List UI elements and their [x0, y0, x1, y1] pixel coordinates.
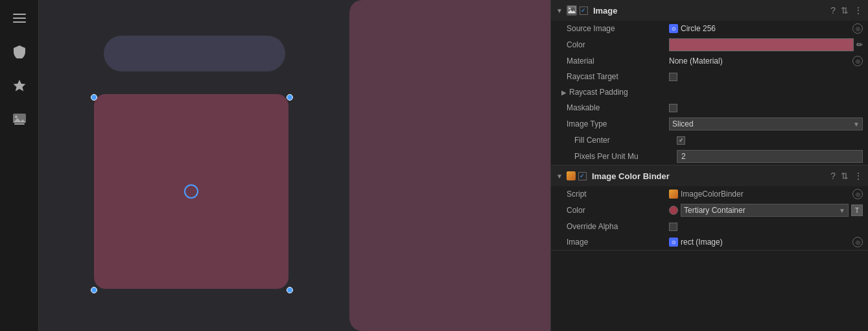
- color-pencil-icon[interactable]: ✏: [856, 40, 863, 49]
- binder-color-arrow: ▼: [839, 207, 845, 214]
- color-picker-field[interactable]: [669, 38, 854, 51]
- material-select-btn[interactable]: ◎: [852, 56, 863, 66]
- selection-dot-bl[interactable]: [91, 287, 97, 293]
- material-row: Material None (Material) ◎: [551, 53, 868, 69]
- inspector-panel: ▼ Image ? ⇅ ⋮ Source Image ⊙: [550, 0, 868, 331]
- source-image-field[interactable]: ⊙ Circle 256: [669, 24, 850, 33]
- canvas-card[interactable]: [94, 94, 288, 289]
- binder-enabled-checkbox[interactable]: [578, 172, 587, 180]
- image-help-icon[interactable]: ?: [830, 5, 836, 16]
- selection-dot-tl[interactable]: [91, 94, 97, 101]
- override-alpha-label: Override Alpha: [567, 222, 664, 231]
- selection-dot-br[interactable]: [287, 287, 293, 293]
- binder-component-title: Image Color Binder: [592, 171, 828, 181]
- source-image-select-btn[interactable]: ◎: [852, 23, 863, 34]
- svg-point-5: [15, 116, 18, 118]
- script-field[interactable]: ImageColorBinder: [669, 190, 850, 199]
- binder-color-selected: Tertiary Container: [684, 206, 745, 215]
- image-collapse-arrow[interactable]: ▼: [556, 7, 563, 14]
- image-settings-icon[interactable]: ⇅: [841, 5, 849, 16]
- color-value: ✏: [669, 38, 863, 51]
- star-icon[interactable]: [9, 75, 30, 96]
- binder-script-icon: [567, 171, 576, 180]
- binder-collapse-arrow[interactable]: ▼: [556, 173, 563, 180]
- binder-color-label: Color: [567, 206, 664, 215]
- source-image-label: Source Image: [567, 24, 664, 33]
- svg-marker-10: [568, 10, 576, 13]
- sidebar: [0, 0, 39, 331]
- raycast-target-checkbox[interactable]: [669, 73, 677, 81]
- image-asset-text: rect (Image): [681, 238, 723, 247]
- pixels-per-unit-row: Pixels Per Unit Mu: [551, 148, 868, 165]
- color-row: Color ✏: [551, 36, 868, 53]
- image-gallery-icon[interactable]: [9, 109, 30, 130]
- maskable-label: Maskable: [567, 103, 664, 112]
- raycast-padding-arrow[interactable]: ▶: [561, 89, 567, 96]
- fill-center-row: Fill Center: [551, 132, 868, 148]
- image-header-actions: ? ⇅ ⋮: [830, 5, 863, 16]
- pixels-per-unit-value: [677, 150, 863, 163]
- source-image-thumb: ⊙: [669, 24, 678, 33]
- canvas-bg-shape: [349, 0, 550, 331]
- image-asset-icon: ⊙: [669, 238, 678, 247]
- script-label: Script: [567, 190, 664, 199]
- image-type-label: Image Type: [567, 119, 664, 129]
- canvas-area: [39, 0, 550, 331]
- raycast-target-value: [669, 73, 863, 81]
- binder-color-dot[interactable]: [669, 206, 678, 215]
- image-type-row: Image Type Sliced ▼: [551, 116, 868, 132]
- raycast-padding-label: Raycast Padding: [569, 88, 666, 97]
- material-text: None (Material): [669, 56, 723, 66]
- raycast-target-row: Raycast Target: [551, 69, 868, 84]
- script-asset-icon: [669, 190, 678, 199]
- binder-settings-icon[interactable]: ⇅: [841, 171, 849, 181]
- pixels-per-unit-label: Pixels Per Unit Mu: [574, 152, 672, 161]
- binder-header-actions: ? ⇅ ⋮: [830, 171, 863, 181]
- override-alpha-value: [669, 223, 863, 231]
- image-type-selected: Sliced: [672, 119, 694, 129]
- image-enabled-checkbox[interactable]: [580, 6, 588, 15]
- maskable-value: [669, 104, 863, 112]
- image-field-label: Image: [567, 238, 664, 247]
- card-circle-indicator: [184, 184, 198, 199]
- svg-rect-0: [13, 14, 26, 15]
- svg-rect-1: [13, 18, 26, 19]
- image-more-icon[interactable]: ⋮: [854, 5, 863, 16]
- override-alpha-row: Override Alpha: [551, 219, 868, 234]
- binder-color-row: Color Tertiary Container ▼ T: [551, 202, 868, 219]
- maskable-row: Maskable: [551, 100, 868, 116]
- shield-icon[interactable]: [9, 42, 30, 62]
- binder-color-value: Tertiary Container ▼ T: [669, 204, 863, 217]
- script-row: Script ImageColorBinder ◎: [551, 186, 868, 202]
- pixels-per-unit-input[interactable]: [677, 150, 863, 163]
- fill-center-value: [677, 136, 863, 145]
- image-type-select[interactable]: Sliced ▼: [669, 117, 863, 130]
- script-text: ImageColorBinder: [681, 190, 744, 199]
- image-component-header: ▼ Image ? ⇅ ⋮: [551, 0, 868, 21]
- selection-dot-tr[interactable]: [287, 94, 293, 101]
- material-field[interactable]: None (Material): [669, 56, 850, 66]
- t-button[interactable]: T: [851, 204, 863, 216]
- material-label: Material: [567, 56, 664, 66]
- binder-color-select[interactable]: Tertiary Container ▼: [681, 204, 849, 217]
- material-value: None (Material) ◎: [669, 56, 863, 66]
- svg-marker-3: [13, 80, 25, 92]
- binder-help-icon[interactable]: ?: [830, 171, 836, 181]
- svg-rect-7: [14, 123, 25, 125]
- image-asset-field[interactable]: ⊙ rect (Image): [669, 238, 850, 247]
- override-alpha-checkbox[interactable]: [669, 223, 677, 231]
- color-binder-component: ▼ Image Color Binder ? ⇅ ⋮ Script ImageC…: [551, 166, 868, 251]
- script-select-btn[interactable]: ◎: [852, 189, 863, 199]
- canvas-pill: [104, 36, 285, 71]
- image-type-value: Sliced ▼: [669, 117, 863, 130]
- image-select-btn[interactable]: ◎: [852, 237, 863, 247]
- image-component-icon: [567, 5, 577, 16]
- menu-icon[interactable]: [9, 8, 30, 29]
- fill-center-checkbox[interactable]: [677, 136, 685, 145]
- source-image-row: Source Image ⊙ Circle 256 ◎: [551, 21, 868, 36]
- maskable-checkbox[interactable]: [669, 104, 677, 112]
- image-component-title: Image: [593, 6, 828, 16]
- image-field-row: Image ⊙ rect (Image) ◎: [551, 234, 868, 250]
- svg-rect-2: [13, 21, 26, 23]
- binder-more-icon[interactable]: ⋮: [854, 171, 863, 181]
